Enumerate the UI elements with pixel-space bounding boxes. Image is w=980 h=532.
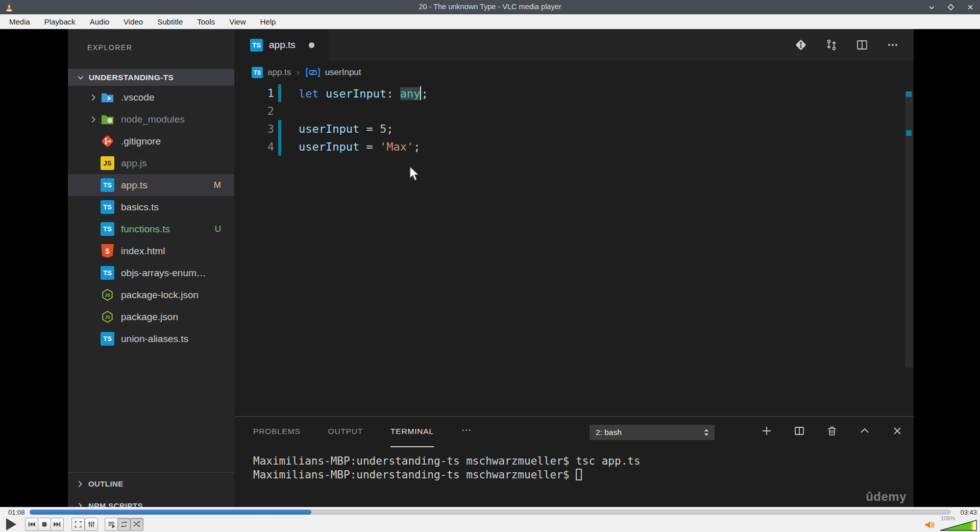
file-name: functions.ts	[121, 224, 170, 235]
close-button[interactable]	[967, 4, 974, 11]
next-button[interactable]	[51, 518, 64, 531]
menu-view[interactable]: View	[222, 14, 253, 29]
shell-selected-value: 2: bash	[596, 428, 622, 437]
stop-button[interactable]	[38, 518, 51, 531]
modified-gutter-indicator	[278, 138, 281, 156]
code-text: let userInput: any;	[299, 86, 428, 100]
previous-button[interactable]	[25, 518, 38, 531]
file-name: .vscode	[121, 92, 154, 103]
split-editor-button[interactable]	[855, 38, 869, 52]
file-row-package-json[interactable]: JS package.json	[68, 306, 234, 328]
file-row-package-lock[interactable]: JS package-lock.json	[68, 284, 234, 306]
volume-speaker-icon[interactable]	[925, 520, 935, 529]
tab-problems[interactable]: PROBLEMS	[253, 417, 301, 447]
line-number: 2	[234, 105, 274, 117]
menu-playback[interactable]: Playback	[37, 14, 83, 29]
new-terminal-button[interactable]	[761, 425, 773, 439]
file-row-app-js[interactable]: JS app.js	[68, 152, 234, 174]
extended-settings-button[interactable]	[85, 518, 98, 531]
breadcrumb-symbol[interactable]: userInput	[325, 67, 361, 78]
vscode-window: EXPLORER UNDERSTANDING-TS .vscode	[68, 29, 914, 507]
split-terminal-button[interactable]	[793, 425, 805, 439]
file-name: package.json	[121, 311, 178, 323]
code-text: userInput = 'Max';	[299, 140, 420, 153]
breadcrumb: TS app.ts › userInput	[234, 61, 914, 84]
file-row-node-modules[interactable]: node_modules	[68, 108, 234, 130]
unsaved-dot-icon[interactable]	[309, 42, 314, 48]
file-row-basics-ts[interactable]: TS basics.ts	[68, 196, 234, 218]
fullscreen-button[interactable]	[71, 518, 85, 531]
code-editor[interactable]: 1 let userInput: any; 2 3 userInput = 5;	[234, 84, 914, 416]
outline-section[interactable]: OUTLINE	[68, 473, 234, 495]
code-text: userInput = 5;	[299, 123, 393, 135]
panel-more-tabs-button[interactable]: ⋯	[461, 415, 473, 446]
editor-tabbar: TS app.ts	[234, 29, 914, 61]
symbol-variable-icon	[305, 67, 321, 78]
time-elapsed: 01:08	[8, 509, 25, 516]
close-panel-button[interactable]	[891, 425, 903, 439]
line-number: 1	[234, 87, 274, 100]
ts-file-icon: TS	[101, 200, 114, 214]
file-name: app.js	[121, 158, 147, 169]
file-row-union-aliases[interactable]: TS union-aliases.ts	[68, 328, 234, 350]
random-button[interactable]	[130, 518, 143, 531]
more-actions-button[interactable]	[886, 38, 899, 52]
udemy-watermark: ûdemy	[866, 490, 906, 504]
tab-app-ts[interactable]: TS app.ts	[235, 29, 329, 61]
editor-scrollbar[interactable]	[903, 84, 914, 416]
file-name: app.ts	[121, 180, 148, 191]
npm-file-icon: JS	[101, 288, 114, 302]
file-name: package-lock.json	[121, 289, 199, 301]
menu-subtitle[interactable]: Subtitle	[150, 14, 190, 29]
panel-header: PROBLEMS OUTPUT TERMINAL ⋯ 2: bash	[234, 417, 914, 447]
code-line-3: 3 userInput = 5;	[234, 120, 914, 138]
menu-video[interactable]: Video	[116, 14, 150, 29]
shell-selector-dropdown[interactable]: 2: bash	[590, 425, 715, 440]
menu-tools[interactable]: Tools	[190, 14, 222, 29]
file-row-vscode[interactable]: .vscode	[68, 86, 234, 108]
maximize-panel-button[interactable]	[859, 425, 871, 439]
terminal-output[interactable]: Maximilians-MBP:understanding-ts mschwar…	[253, 454, 914, 482]
kill-terminal-button[interactable]	[826, 425, 838, 439]
volume-slider[interactable]	[940, 519, 977, 531]
maximize-button[interactable]	[947, 4, 954, 11]
open-changes-button[interactable]	[794, 38, 807, 52]
file-row-functions-ts[interactable]: TS functions.ts U	[68, 218, 234, 240]
file-row-gitignore[interactable]: .gitignore	[68, 130, 234, 152]
chevron-down-icon	[75, 72, 86, 83]
minimize-button[interactable]	[928, 4, 935, 11]
time-total: 03:43	[960, 509, 977, 516]
editor-actions	[794, 29, 899, 61]
ts-file-icon: TS	[101, 222, 114, 236]
video-area[interactable]: EXPLORER UNDERSTANDING-TS .vscode	[0, 29, 980, 507]
code-line-2: 2	[234, 102, 914, 120]
code-line-1: 1 let userInput: any;	[234, 84, 914, 102]
panel-actions	[761, 417, 903, 447]
file-row-app-ts[interactable]: TS app.ts M	[68, 174, 234, 196]
line-number: 3	[234, 123, 274, 135]
menu-audio[interactable]: Audio	[83, 14, 116, 29]
explorer-title: EXPLORER	[68, 29, 234, 52]
playlist-button[interactable]	[105, 518, 118, 531]
git-status-badge: U	[215, 224, 221, 234]
tab-output[interactable]: OUTPUT	[328, 417, 363, 447]
ts-file-icon: TS	[250, 39, 263, 52]
file-name: .gitignore	[121, 136, 161, 147]
explorer-root-folder[interactable]: UNDERSTANDING-TS	[68, 69, 234, 86]
file-name: objs-arrays-enum…	[121, 268, 206, 279]
play-button[interactable]	[5, 518, 17, 532]
explorer-sidebar: EXPLORER UNDERSTANDING-TS .vscode	[68, 29, 234, 507]
loop-button[interactable]	[117, 518, 131, 531]
menu-help[interactable]: Help	[253, 14, 283, 29]
menu-media[interactable]: Media	[2, 14, 37, 29]
vlc-window: 20 - The unknown Type - VLC media player…	[0, 0, 980, 532]
root-folder-label: UNDERSTANDING-TS	[89, 73, 174, 82]
tab-terminal[interactable]: TERMINAL	[390, 417, 434, 447]
file-row-objs-arrays-enum[interactable]: TS objs-arrays-enum…	[68, 262, 234, 284]
compare-changes-button[interactable]	[825, 38, 838, 52]
breadcrumb-file[interactable]: app.ts	[267, 67, 291, 78]
transport-controls: 105%	[0, 517, 980, 532]
tab-label: app.ts	[269, 39, 296, 51]
seek-bar[interactable]	[30, 510, 951, 515]
file-row-index-html[interactable]: 5 index.html	[68, 240, 234, 262]
